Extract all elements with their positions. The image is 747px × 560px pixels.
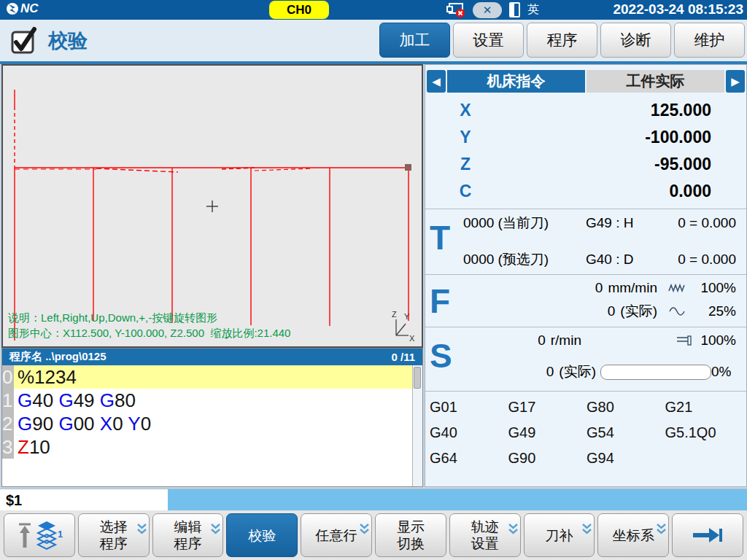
tool-number: 0000 (预选刀)	[463, 250, 586, 269]
softkey-edit-program[interactable]: 编辑 程序	[152, 513, 224, 557]
line-code: Z10	[14, 435, 412, 459]
logo-text: NC	[20, 1, 39, 16]
input-language-indicator: 英	[527, 2, 539, 18]
hnc-logo-icon	[6, 2, 19, 15]
softkey-any-line[interactable]: 任意行	[301, 513, 372, 557]
toolpath-preview-panel[interactable]: 说明：Left,Right,Up,Down,+,-按键旋转图形 图形中心：X11…	[1, 64, 423, 348]
softkey-verify[interactable]: 校验	[226, 513, 298, 557]
program-scrollbar[interactable]	[412, 365, 422, 486]
program-path: 程序名 ..\prog\0125	[9, 350, 107, 364]
section-divider	[425, 274, 746, 275]
program-line[interactable]: 2 G90 G00 X0 Y0	[2, 412, 422, 435]
softkey-label: 显示	[397, 518, 425, 535]
svg-text:Y: Y	[404, 312, 410, 321]
axis-row-c: C 0.000	[425, 178, 746, 205]
channel-badge: CH0	[269, 1, 329, 19]
softkey-next-page[interactable]	[672, 513, 743, 557]
tool-comp-code: G49 : H	[586, 215, 673, 231]
tool-row-current: 0000 (当前刀) G49 : H 0 = 0.000	[463, 214, 743, 233]
softkey-label: 切换	[397, 535, 425, 552]
feed-unit: mm/min	[603, 280, 657, 296]
tab-diagnosis[interactable]: 诊断	[600, 23, 671, 58]
mdi-command-bar[interactable]: $1	[0, 489, 747, 511]
softkey-trace-settings[interactable]: 轨迹 设置	[449, 513, 521, 557]
graph-hint-center: 图形中心：X112.500, Y-100.000, Z2.500 缩放比例:21…	[8, 327, 290, 341]
gcode-cell: G49	[508, 424, 587, 441]
axis-name: X	[425, 101, 506, 120]
coord-tab-workpiece-actual[interactable]: 工件实际	[587, 70, 724, 93]
chevron-down-icon	[508, 523, 519, 536]
axis-name: C	[425, 182, 506, 201]
softkey-return-level[interactable]: 1	[4, 513, 75, 557]
storage-icon	[509, 2, 520, 18]
program-listing[interactable]: 0 %1234 1 G40 G49 G80 2 G90 G00 X0 Y0 3 …	[2, 365, 422, 486]
feed-section-label: F	[430, 281, 450, 321]
softkey-coord-system[interactable]: 坐标系	[597, 513, 669, 557]
feed-value: 0	[463, 303, 615, 319]
tab-maintenance[interactable]: 维护	[674, 23, 745, 58]
gcode-cell: G90	[508, 450, 587, 467]
program-line[interactable]: 1 G40 G49 G80	[2, 389, 422, 412]
tool-comp-code: G40 : D	[586, 252, 673, 268]
gcode-cell: G5.1Q0	[665, 424, 744, 441]
coord-tab-machine-command[interactable]: 机床指令	[447, 70, 585, 93]
spindle-value: 0	[463, 364, 554, 380]
line-number: 2	[2, 412, 14, 435]
axis-name: Z	[425, 155, 506, 174]
scrollbar-thumb[interactable]	[414, 367, 421, 389]
tool-row-preselect: 0000 (预选刀) G40 : D 0 = 0.000	[463, 250, 743, 269]
axis-row-y: Y -100.000	[425, 124, 746, 151]
program-panel: 程序名 ..\prog\0125 0 /11 0 %1234 1 G40 G49…	[1, 348, 423, 487]
spindle-section-label: S	[430, 336, 452, 376]
tab-program[interactable]: 程序	[527, 23, 597, 58]
program-header: 程序名 ..\prog\0125 0 /11	[2, 349, 422, 365]
softkey-label: 程序	[100, 535, 128, 552]
chevron-down-icon	[656, 523, 667, 536]
axis-name: Y	[425, 128, 506, 147]
softkey-display-switch[interactable]: 显示 切换	[375, 513, 446, 557]
program-line[interactable]: 3 Z10	[2, 435, 422, 459]
program-line[interactable]: 0 %1234	[2, 365, 422, 389]
page-title: 校验	[48, 28, 88, 54]
line-code: %1234	[14, 365, 412, 389]
line-number: 0	[2, 365, 14, 389]
softkey-label: 校验	[248, 527, 276, 544]
spindle-row-programmed: 0 r/min 100%	[463, 332, 743, 349]
spindle-load-bar	[600, 365, 711, 380]
gcode-cell: G40	[430, 424, 508, 441]
spindle-override-percent: 100%	[698, 332, 743, 349]
datetime: 2022-03-24 08:15:23	[613, 1, 743, 18]
gcode-cell: G94	[587, 450, 665, 467]
gcode-cell: G17	[508, 399, 587, 416]
tab-machining[interactable]: 加工	[379, 23, 450, 58]
gcode-cell: G21	[665, 399, 744, 416]
line-number: 1	[2, 389, 14, 412]
section-divider	[425, 327, 746, 327]
tool-comp-value: 0 = 0.000	[673, 215, 743, 231]
softkey-label: 任意行	[316, 527, 357, 544]
rapid-override-percent: 25%	[698, 303, 743, 319]
toolpath-trace	[3, 66, 422, 346]
svg-text:X: X	[409, 334, 415, 343]
gcode-cell: G64	[430, 450, 508, 467]
softkey-label: 刀补	[545, 527, 573, 544]
tab-settings[interactable]: 设置	[453, 23, 524, 58]
axis-value: -100.000	[506, 128, 746, 147]
coord-prev-button[interactable]: ◀	[427, 70, 446, 93]
softkey-label: 坐标系	[613, 527, 654, 544]
network-status-icon	[446, 2, 465, 18]
coord-next-button[interactable]: ▶	[726, 70, 745, 93]
softkey-tool-comp[interactable]: 刀补	[524, 513, 595, 557]
softkey-select-program[interactable]: 选择 程序	[78, 513, 150, 557]
softkey-label: 轨迹	[471, 518, 499, 535]
softkey-bar: 1 选择 程序 编辑 程序 校验 任意行 显示 切换 轨迹 设置	[0, 510, 747, 560]
spindle-unit: (实际)	[554, 362, 596, 381]
spindle-value: 0	[463, 332, 546, 349]
main-tabs: 加工 设置 程序 诊断 维护	[379, 23, 745, 58]
feed-unit: (实际)	[615, 302, 657, 321]
feed-override-icon	[657, 283, 698, 293]
section-divider	[425, 209, 746, 209]
axis-triad-icon: Z Y X	[390, 309, 416, 343]
spindle-load-percent: 0%	[711, 364, 743, 380]
softkey-label: 设置	[471, 535, 499, 552]
